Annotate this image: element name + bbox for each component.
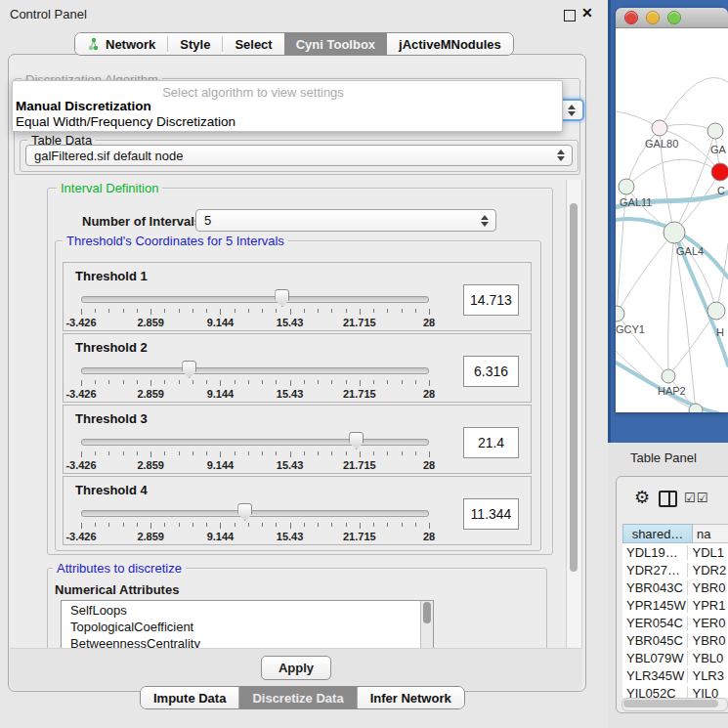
attribute-item[interactable]: SelfLoops bbox=[62, 602, 433, 619]
attribute-item[interactable]: TopologicalCoefficient bbox=[62, 619, 433, 635]
threshold-slider[interactable]: -3.4262.8599.14415.4321.71528 bbox=[81, 288, 429, 327]
control-panel-tabs: NetworkStyleSelectCyni ToolboxjActiveMNo… bbox=[74, 32, 514, 56]
network-node-gal11[interactable] bbox=[619, 179, 634, 194]
threshold-label: Threshold 1 bbox=[75, 269, 148, 283]
column-header-name[interactable]: na bbox=[693, 524, 728, 543]
panel-scrollbar-thumb[interactable] bbox=[570, 203, 578, 572]
table-row[interactable]: YDL19…YDL1 bbox=[622, 543, 728, 561]
slider-tick bbox=[179, 523, 180, 527]
network-node-hap2[interactable] bbox=[662, 369, 675, 383]
attribute-item[interactable]: BetweennessCentrality bbox=[62, 635, 433, 649]
attributes-scrollbar[interactable] bbox=[420, 601, 433, 648]
network-edge[interactable] bbox=[626, 128, 660, 187]
slider-track[interactable] bbox=[81, 296, 429, 303]
zoom-traffic-icon[interactable] bbox=[667, 11, 681, 24]
tab-label: Network bbox=[106, 37, 155, 52]
slider-tick bbox=[276, 523, 277, 527]
column-layout-icon[interactable] bbox=[659, 491, 677, 507]
minimize-traffic-icon[interactable] bbox=[646, 11, 660, 24]
slider-tick-label: 28 bbox=[423, 459, 435, 471]
slider-tick-label: -3.426 bbox=[65, 459, 96, 471]
cell-shared-name: YLR345W bbox=[622, 668, 688, 683]
threshold-slider[interactable]: -3.4262.8599.14415.4321.71528 bbox=[81, 431, 429, 470]
slider-tick bbox=[193, 309, 193, 313]
slider-thumb[interactable] bbox=[349, 432, 364, 450]
slider-track[interactable] bbox=[81, 439, 429, 446]
slider-tick bbox=[150, 451, 151, 457]
network-node-ga[interactable] bbox=[707, 123, 723, 139]
slider-tick bbox=[235, 309, 236, 313]
table-row[interactable]: YPR145WYPR1 bbox=[622, 596, 728, 614]
slider-tick bbox=[81, 523, 82, 529]
tab-network[interactable]: Network bbox=[75, 33, 167, 55]
network-tab-icon bbox=[87, 37, 101, 51]
interval-definition-title: Interval Definition bbox=[57, 181, 162, 195]
slider-track[interactable] bbox=[81, 510, 429, 517]
slider-tick bbox=[123, 451, 124, 455]
threshold-slider[interactable]: -3.4262.8599.14415.4321.71528 bbox=[81, 502, 429, 541]
dropdown-option-2[interactable]: Equal Width/Frequency Discretization bbox=[16, 114, 236, 129]
tab-infer-network[interactable]: Infer Network bbox=[357, 687, 464, 708]
network-node-gal4[interactable] bbox=[664, 222, 685, 243]
table-row[interactable]: YIL052CYIL0 bbox=[622, 684, 728, 698]
network-edge[interactable] bbox=[626, 159, 720, 187]
network-node-gcy1[interactable] bbox=[616, 306, 624, 321]
tab-select[interactable]: Select bbox=[223, 33, 283, 55]
network-edge[interactable] bbox=[660, 124, 715, 131]
network-edge[interactable] bbox=[617, 233, 674, 314]
table-hscrollbar[interactable] bbox=[621, 698, 728, 711]
table-row[interactable]: YLR345WYLR3 bbox=[622, 666, 728, 684]
table-hscrollbar-thumb[interactable] bbox=[623, 700, 718, 707]
network-node[interactable] bbox=[689, 404, 703, 412]
number-of-intervals-combo[interactable]: 5 bbox=[195, 209, 496, 232]
tab-label: Cyni Toolbox bbox=[296, 37, 375, 52]
network-node-c[interactable] bbox=[711, 163, 728, 181]
network-node-label: GCY1 bbox=[616, 323, 645, 335]
slider-tick-label: 15.43 bbox=[277, 459, 304, 471]
network-edge[interactable] bbox=[668, 233, 674, 376]
slider-thumb[interactable] bbox=[237, 503, 252, 521]
select-columns-icon[interactable]: ☑☑ bbox=[684, 491, 708, 505]
network-node-h[interactable] bbox=[707, 302, 725, 320]
slider-thumb[interactable] bbox=[182, 361, 196, 378]
dropdown-option-1[interactable]: Manual Discretization bbox=[16, 99, 151, 113]
slider-tick bbox=[290, 309, 291, 315]
table-data-combo[interactable]: galFiltered.sif default node bbox=[25, 145, 573, 166]
threshold-value-field[interactable]: 21.4 bbox=[463, 427, 519, 458]
network-node-gal80[interactable] bbox=[652, 120, 667, 136]
slider-track[interactable] bbox=[81, 367, 429, 374]
network-edge[interactable] bbox=[668, 311, 716, 376]
cell-shared-name: YBR045C bbox=[622, 633, 688, 648]
slider-thumb[interactable] bbox=[275, 289, 289, 307]
table-row[interactable]: YBL079WYBL0 bbox=[622, 649, 728, 666]
network-canvas[interactable]: GAL80GACGAL11GAL4HGCY1HAP2 bbox=[616, 28, 728, 412]
gear-icon[interactable]: ⚙ bbox=[634, 487, 650, 508]
network-window-titlebar[interactable] bbox=[616, 8, 728, 28]
table-row[interactable]: YER054CYER0 bbox=[622, 614, 728, 631]
slider-tick bbox=[137, 309, 138, 313]
threshold-value-field[interactable]: 6.316 bbox=[463, 356, 519, 387]
tab-cyni-toolbox[interactable]: Cyni Toolbox bbox=[284, 33, 387, 55]
network-edge[interactable] bbox=[660, 77, 728, 128]
table-row[interactable]: YDR27…YDR2 bbox=[622, 561, 728, 578]
tab-discretize-data[interactable]: Discretize Data bbox=[238, 687, 356, 708]
threshold-value-field[interactable]: 11.344 bbox=[463, 498, 519, 530]
slider-tick-label: -3.426 bbox=[65, 388, 96, 400]
apply-button[interactable]: Apply bbox=[261, 656, 331, 680]
slider-tick-label: 15.43 bbox=[277, 388, 304, 400]
table-row[interactable]: YBR045CYBR0 bbox=[622, 631, 728, 649]
thresholds-group-title: Threshold's Coordinates for 5 Intervals bbox=[63, 234, 288, 248]
float-panel-icon[interactable] bbox=[564, 10, 576, 21]
threshold-slider[interactable]: -3.4262.8599.14415.4321.71528 bbox=[81, 360, 429, 399]
tab-jactivemnodules[interactable]: jActiveMNodules bbox=[387, 33, 513, 55]
slider-tick-label: 28 bbox=[423, 317, 435, 328]
close-traffic-icon[interactable] bbox=[624, 11, 638, 24]
table-row[interactable]: YBR043CYBR0 bbox=[622, 578, 728, 596]
numerical-attributes-list[interactable]: SelfLoopsTopologicalCoefficientBetweenne… bbox=[61, 600, 434, 649]
threshold-value-field[interactable]: 14.713 bbox=[463, 284, 519, 316]
column-header-shared-name[interactable]: shared… bbox=[622, 524, 693, 543]
panel-scrollbar[interactable] bbox=[566, 180, 582, 648]
tab-impute-data[interactable]: Impute Data bbox=[141, 687, 238, 708]
tab-style[interactable]: Style bbox=[168, 33, 222, 55]
close-icon[interactable]: ✕ bbox=[581, 5, 593, 21]
